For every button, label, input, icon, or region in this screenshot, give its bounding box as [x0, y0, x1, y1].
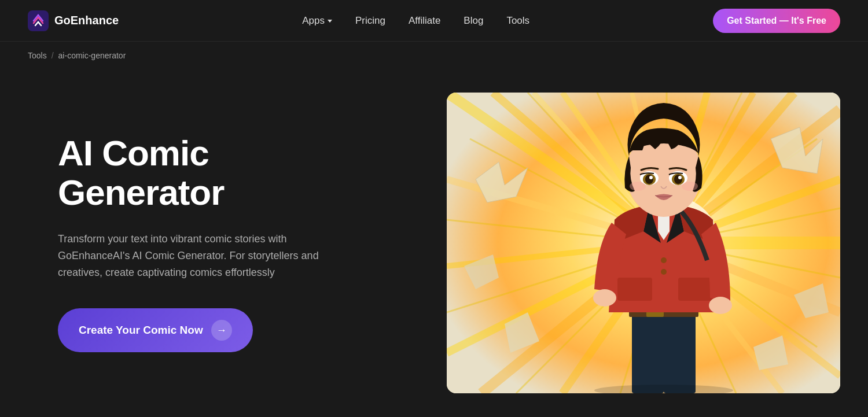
svg-point-53	[649, 176, 653, 179]
svg-rect-39	[664, 312, 696, 393]
manga-illustration	[447, 93, 840, 393]
svg-point-58	[630, 182, 646, 191]
hero-section: AI Comic Generator Transform your text i…	[0, 69, 868, 417]
breadcrumb: Tools / ai-comic-generator	[0, 42, 868, 69]
hero-title: AI Comic Generator	[58, 134, 382, 212]
svg-point-43	[661, 269, 667, 275]
nav-item-blog[interactable]: Blog	[464, 15, 483, 27]
cta-label: Create Your Comic Now	[79, 324, 203, 337]
hero-content: AI Comic Generator Transform your text i…	[58, 134, 382, 353]
nav-item-pricing[interactable]: Pricing	[355, 15, 385, 27]
breadcrumb-current: ai-comic-generator	[58, 51, 126, 60]
svg-rect-38	[632, 312, 664, 393]
nav-item-tools[interactable]: Tools	[506, 15, 529, 27]
nav-item-affiliate[interactable]: Affiliate	[409, 15, 440, 27]
logo-icon	[28, 10, 49, 31]
svg-point-57	[678, 176, 682, 179]
breadcrumb-tools-link[interactable]: Tools	[28, 51, 47, 60]
svg-point-56	[674, 175, 682, 184]
logo-link[interactable]: GoEnhance	[28, 10, 119, 31]
svg-point-46	[593, 289, 616, 307]
create-comic-button[interactable]: Create Your Comic Now →	[58, 308, 253, 352]
chevron-down-icon	[328, 20, 332, 23]
manga-svg	[447, 93, 840, 393]
svg-rect-45	[678, 278, 713, 301]
svg-point-52	[645, 175, 653, 184]
svg-rect-0	[28, 10, 49, 31]
nav-item-apps[interactable]: Apps	[302, 15, 332, 27]
navbar: GoEnhance Apps Pricing Affiliate Blog To…	[0, 0, 868, 42]
svg-point-42	[661, 257, 667, 263]
get-started-button[interactable]: Get Started — It's Free	[713, 9, 840, 33]
svg-point-59	[682, 182, 698, 191]
nav-links: Apps Pricing Affiliate Blog Tools	[302, 15, 529, 27]
breadcrumb-separator: /	[52, 51, 54, 60]
svg-point-47	[709, 297, 732, 314]
cta-arrow-icon: →	[211, 320, 232, 341]
logo-text: GoEnhance	[54, 14, 119, 27]
hero-description: Transform your text into vibrant comic s…	[58, 231, 336, 281]
svg-rect-44	[617, 278, 652, 301]
hero-image	[447, 93, 840, 393]
